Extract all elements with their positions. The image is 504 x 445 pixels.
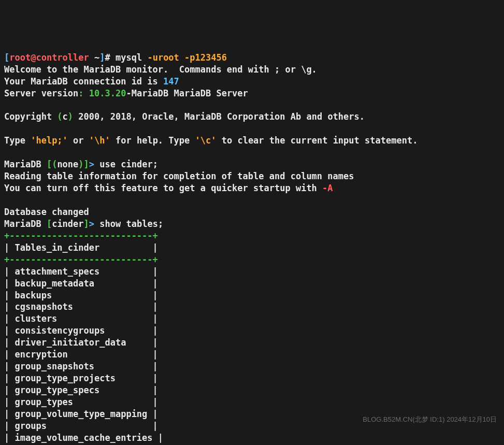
table-row: | image_volume_cache_entries | [4,433,163,443]
connection-id: 147 [163,76,179,87]
command-mysql: mysql [116,52,147,63]
terminal-output[interactable]: [root@controller ~]# mysql -uroot -p1234… [4,52,500,445]
mariadb-prompt-gt-2: > [89,219,99,229]
copyright-paren-open: ( [57,111,62,122]
table-border-mid: +---------------------------+ [4,254,158,265]
table-row: | clusters | [4,313,158,324]
mariadb-prompt-db-none: none [57,159,78,169]
server-version-number: : 10.3.20 [78,88,126,98]
server-version-label: Server version [4,88,78,98]
reading-info-line-2a: You can turn off this feature to get a q… [4,183,322,193]
prompt-bracket-open: [ [4,52,9,63]
table-row: | backup_metadata | [4,278,158,289]
prompt-tilde: ~ [89,52,99,63]
table-row: | consistencygroups | [4,325,158,336]
reading-info-line-1: Reading table information for completion… [4,171,354,181]
help-token-1: 'help;' [31,135,68,146]
help-token-3: '\c' [195,135,217,146]
copyright-prefix: Copyright [4,111,57,122]
table-row: | group_type_specs | [4,385,158,395]
mariadb-prompt-gt: > [89,159,99,169]
mariadb-prompt-bracket-open: [( [47,159,57,169]
table-row: | group_type_projects | [4,373,158,383]
command-args: -uroot -p123456 [147,52,227,63]
prompt-user-host: root@controller [9,52,89,63]
help-mid: for help. Type [110,135,195,146]
mariadb-prompt-bracket-open-2: [ [47,219,52,229]
table-row: | driver_initiator_data | [4,337,158,348]
table-row: | cgsnapshots | [4,302,158,312]
command-use-cinder: use cinder; [99,159,158,169]
table-row: | backups | [4,290,158,300]
mariadb-prompt-label-2: MariaDB [4,219,47,229]
mariadb-prompt-db-cinder: cinder [52,219,83,229]
mariadb-prompt-bracket-close: )] [78,159,89,169]
help-or: or [68,135,89,146]
watermark-text: BLOG.B52M.CN(北梦 ID:1) 2024年12月10日 [363,415,497,424]
mariadb-prompt-label: MariaDB [4,159,47,169]
table-row: | group_volume_type_mapping | [4,409,158,419]
welcome-line-2a: Your MariaDB connection id is [4,76,163,87]
reading-flag-a: -A [322,183,333,193]
table-row: | groups | [4,421,158,431]
prompt-hash: # [105,52,116,63]
table-row: | attachment_specs | [4,266,158,277]
table-border-top: +---------------------------+ [4,231,158,241]
table-row: | encryption | [4,349,158,360]
prompt-bracket-close: ] [99,52,105,63]
server-version-suffix: -MariaDB MariaDB Server [126,88,248,98]
copyright-c: c [63,111,68,122]
help-suffix: to clear the current input statement. [216,135,417,146]
copyright-paren-close: ) [68,111,73,122]
command-show-tables: show tables; [99,219,163,229]
help-prefix: Type [4,135,31,146]
table-row: | group_snapshots | [4,361,158,371]
help-token-2: '\h' [89,135,110,146]
table-header: | Tables_in_cinder | [4,242,158,253]
database-changed: Database changed [4,207,89,217]
copyright-text: 2000, 2018, Oracle, MariaDB Corporation … [73,111,365,122]
table-row: | group_types | [4,397,158,407]
welcome-line-1: Welcome to the MariaDB monitor. Commands… [4,64,317,75]
mariadb-prompt-bracket-close-2: ] [84,219,89,229]
